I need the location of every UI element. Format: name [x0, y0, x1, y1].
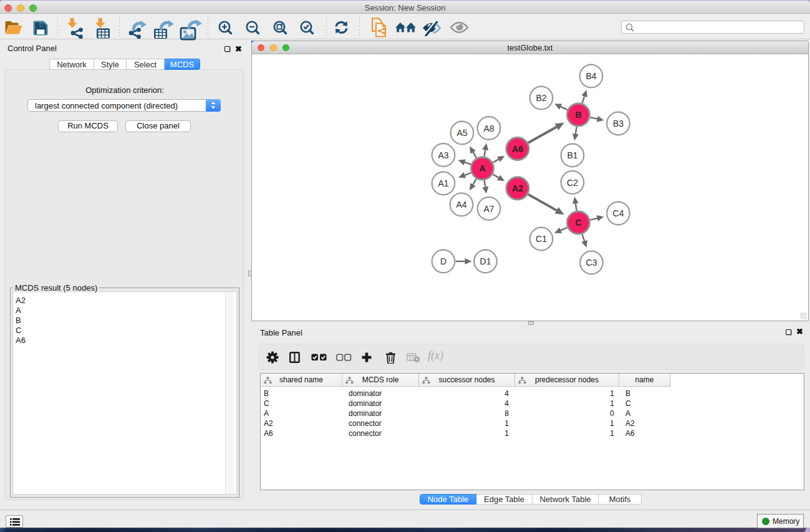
svg-text:A4: A4	[456, 200, 466, 210]
svg-text:C4: C4	[613, 208, 624, 218]
svg-text:A3: A3	[438, 150, 448, 160]
svg-text:A7: A7	[483, 204, 494, 214]
svg-text:C: C	[575, 218, 581, 228]
svg-text:D1: D1	[480, 256, 491, 266]
svg-text:C3: C3	[586, 258, 597, 268]
svg-text:C2: C2	[567, 178, 578, 188]
svg-text:A2: A2	[512, 183, 523, 193]
svg-text:A5: A5	[456, 128, 467, 138]
svg-text:A1: A1	[438, 178, 448, 188]
svg-text:A8: A8	[483, 123, 494, 133]
svg-text:A6: A6	[512, 144, 523, 154]
svg-text:B3: B3	[613, 118, 624, 128]
svg-text:B2: B2	[536, 93, 546, 103]
svg-text:B1: B1	[567, 150, 577, 160]
svg-text:B4: B4	[586, 71, 596, 81]
svg-text:D: D	[440, 256, 446, 266]
svg-text:B: B	[575, 110, 581, 120]
svg-text:A: A	[479, 163, 485, 173]
svg-text:C1: C1	[536, 234, 547, 244]
